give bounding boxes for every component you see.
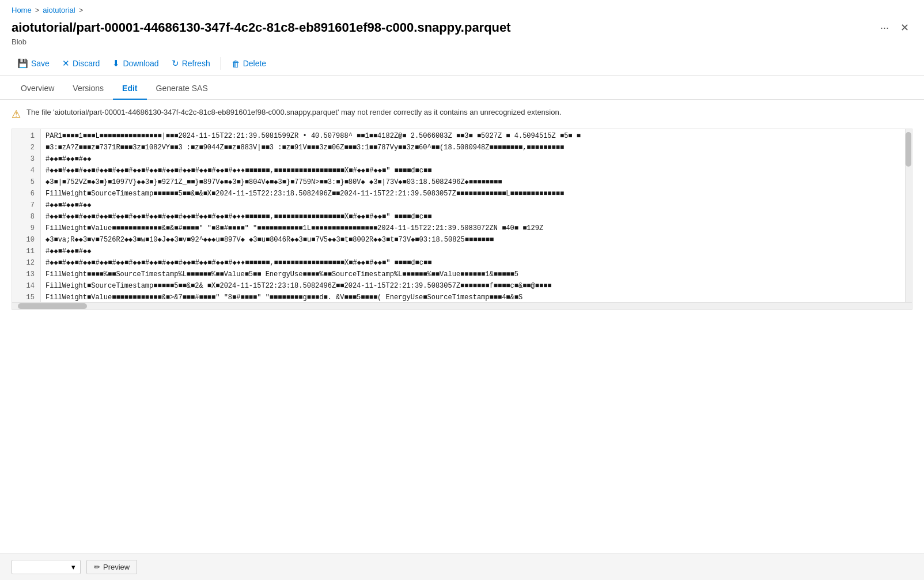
scroll-thumb [906, 132, 911, 167]
toolbar-divider [221, 57, 221, 70]
line-number-13: 13 [12, 268, 40, 279]
delete-button[interactable]: 🗑 Delete [226, 56, 272, 71]
line-number-7: 7 [12, 198, 40, 210]
tab-edit[interactable]: Edit [113, 78, 146, 100]
discard-button[interactable]: ✕ Discard [56, 55, 105, 71]
line-number-1: 1 [12, 129, 40, 141]
code-line-12: #◆◆■#◆◆■#◆◆■#◆◆■#◆◆■#◆◆■#◆◆■#◆◆■#◆◆■#◆◆■… [41, 256, 912, 268]
page-title: aiotutorial/part-00001-44686130-347f-4c2… [12, 20, 877, 35]
breadcrumb-sep1: > [35, 6, 40, 14]
line-number-3: 3 [12, 152, 40, 164]
line-number-11: 11 [12, 244, 40, 256]
code-line-11: #◆◆■#◆◆■#◆◆ [41, 244, 912, 256]
line-number-6: 6 [12, 187, 40, 198]
refresh-button[interactable]: ↻ Refresh [166, 55, 216, 71]
line-number-9: 9 [12, 221, 40, 233]
code-line-2: ■3:■zA?Z■■■z■7371R■■■3z■1082VY■■3 :■z■90… [41, 141, 912, 152]
code-line-5: ◆3■|■752VZ■◆3■}■1097V}◆◆3■}■9271Z_■■}■89… [41, 175, 912, 187]
code-line-15: FillWeight■Value■■■■■■■■■■■■&■>&7■■■#■■■… [41, 291, 912, 302]
line-numbers: 123456789101112131415 [12, 129, 41, 302]
breadcrumb-home[interactable]: Home [12, 6, 32, 14]
toolbar: 💾 Save ✕ Discard ⬇ Download ↻ Refresh 🗑 … [0, 52, 924, 76]
discard-label: Discard [73, 59, 100, 68]
save-label: Save [31, 59, 50, 68]
line-number-12: 12 [12, 256, 40, 268]
breadcrumb-tutorial[interactable]: aiotutorial [43, 6, 75, 14]
line-number-8: 8 [12, 210, 40, 221]
code-editor[interactable]: 123456789101112131415 PAR1■■■■1■■■L■■■■■… [12, 129, 912, 303]
code-line-3: #◆◆■#◆◆■#◆◆ [41, 152, 912, 164]
refresh-icon: ↻ [172, 58, 179, 69]
tab-overview[interactable]: Overview [12, 78, 63, 100]
delete-icon: 🗑 [232, 59, 240, 69]
code-line-6: FillWeight■SourceTimestamp■■■■■■5■■&■&■X… [41, 187, 912, 198]
download-label: Download [123, 59, 158, 68]
refresh-label: Refresh [182, 59, 210, 68]
breadcrumb-sep2: > [79, 6, 84, 14]
ellipsis-button[interactable]: ··· [877, 21, 892, 35]
line-number-14: 14 [12, 279, 40, 291]
close-button[interactable]: ✕ [897, 20, 912, 35]
line-number-4: 4 [12, 164, 40, 175]
horizontal-scrollbar[interactable] [12, 303, 912, 310]
breadcrumb: Home > aiotutorial > [0, 0, 924, 18]
code-line-1: PAR1■■■■1■■■L■■■■■■■■■■■■■■■|■■■2024-11-… [41, 129, 912, 141]
download-icon: ⬇ [112, 58, 120, 69]
code-line-10: ◆3■va;R◆◆3■v■7526R2◆◆3■w■10◆J◆◆3■v■92^◆◆… [41, 233, 912, 244]
line-number-2: 2 [12, 141, 40, 152]
code-content: PAR1■■■■1■■■L■■■■■■■■■■■■■■■|■■■2024-11-… [41, 129, 912, 302]
line-number-10: 10 [12, 233, 40, 244]
tab-bar: Overview Versions Edit Generate SAS [0, 78, 924, 100]
save-button[interactable]: 💾 Save [12, 55, 55, 71]
discard-icon: ✕ [62, 58, 70, 69]
warning-bar: ⚠ The file 'aiotutorial/part-00001-44686… [0, 100, 924, 129]
warning-icon: ⚠ [12, 108, 21, 120]
code-line-7: #◆◆■#◆◆■#◆◆ [41, 198, 912, 210]
delete-label: Delete [243, 59, 266, 68]
tab-generate-sas[interactable]: Generate SAS [147, 78, 217, 100]
save-icon: 💾 [17, 58, 28, 69]
code-line-8: #◆◆■#◆◆■#◆◆■#◆◆■#◆◆■#◆◆■#◆◆■#◆◆■#◆◆■#◆◆■… [41, 210, 912, 221]
code-line-14: FillWeight■SourceTimestamp■■■■■5■■&■2& ■… [41, 279, 912, 291]
tab-versions[interactable]: Versions [63, 78, 113, 100]
line-number-15: 15 [12, 291, 40, 302]
code-line-4: #◆◆■#◆◆■#◆◆■#◆◆■#◆◆■#◆◆■#◆◆■#◆◆■#◆◆■#◆◆■… [41, 164, 912, 175]
code-line-13: FillWeight■■■■%■■SourceTimestamp%L■■■■■■… [41, 268, 912, 279]
code-line-9: FillWeight■Value■■■■■■■■■■■■&■&■#■■■■" "… [41, 221, 912, 233]
download-button[interactable]: ⬇ Download [107, 55, 164, 71]
line-number-5: 5 [12, 175, 40, 187]
blob-label: Blob [0, 36, 924, 52]
vertical-scrollbar[interactable] [905, 129, 912, 302]
scrollbar-thumb [18, 303, 87, 309]
warning-text: The file 'aiotutorial/part-00001-4468613… [26, 108, 561, 116]
